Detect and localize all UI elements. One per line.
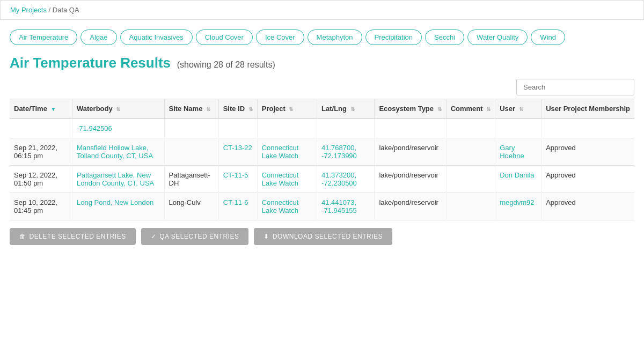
tab-algae[interactable]: Algae	[80, 29, 116, 45]
trash-icon: 🗑	[19, 233, 26, 240]
cell-project: Connecticut Lake Watch	[257, 193, 317, 220]
table-header: Date/Time ▼ Waterbody ⇅ Site Name ⇅ Site…	[10, 99, 634, 119]
cell-user: megdvm92	[495, 193, 541, 220]
breadcrumb-separator: /	[49, 6, 51, 14]
cell-project: Connecticut Lake Watch	[257, 166, 317, 193]
tab-aquatic-invasives[interactable]: Aquatic Invasives	[120, 29, 193, 45]
cell-latlng: 41.441073, -71.945155	[317, 193, 375, 220]
cell-user	[495, 119, 541, 138]
cell-comment	[446, 193, 495, 220]
delete-label: DELETE SELECTED ENTRIES	[30, 233, 126, 240]
cell-waterbody: Long Pond, New London	[72, 193, 165, 220]
search-row	[0, 76, 644, 99]
cell-datetime: Sep 12, 2022, 01:50 pm	[10, 166, 72, 193]
cell-sitename	[164, 119, 218, 138]
waterbody-link[interactable]: -71.942506	[77, 124, 112, 132]
table-row: -71.942506	[10, 119, 634, 138]
breadcrumb-link[interactable]: My Projects	[10, 6, 47, 14]
cell-waterbody: Mansfield Hollow Lake, Tolland County, C…	[72, 138, 165, 166]
waterbody-link[interactable]: Pattagansett Lake, New London County, CT…	[77, 171, 154, 187]
results-table: Date/Time ▼ Waterbody ⇅ Site Name ⇅ Site…	[10, 99, 634, 220]
user-link[interactable]: Don Danila	[500, 171, 534, 179]
siteid-link[interactable]: CT-13-22	[223, 144, 252, 152]
page-title-section: Air Temperature Results (showing 28 of 2…	[0, 45, 644, 76]
cell-project: Connecticut Lake Watch	[257, 138, 317, 166]
page-title: Air Temperature Results	[10, 55, 171, 71]
tab-cloud-cover[interactable]: Cloud Cover	[196, 29, 253, 45]
latlng-link[interactable]: 41.768700, -72.173990	[321, 144, 357, 160]
cell-comment	[446, 166, 495, 193]
download-label: DOWNLOAD SELECTED ENTRIES	[273, 233, 383, 240]
tab-precipitation[interactable]: Precipitation	[365, 29, 422, 45]
cell-user: Gary Hoehne	[495, 138, 541, 166]
cell-datetime: Sep 10, 2022, 01:45 pm	[10, 193, 72, 220]
latlng-link[interactable]: 41.441073, -71.945155	[321, 198, 357, 215]
cell-user: Don Danila	[495, 166, 541, 193]
cell-waterbody: -71.942506	[72, 119, 165, 138]
user-link[interactable]: megdvm92	[500, 198, 534, 206]
col-project[interactable]: Project ⇅	[257, 99, 317, 119]
cell-siteid: CT-11-6	[218, 193, 257, 220]
col-datetime[interactable]: Date/Time ▼	[10, 99, 72, 119]
cell-waterbody: Pattagansett Lake, New London County, CT…	[72, 166, 165, 193]
siteid-link[interactable]: CT-11-5	[223, 171, 248, 179]
delete-button[interactable]: 🗑 DELETE SELECTED ENTRIES	[10, 228, 136, 245]
table-wrapper: Date/Time ▼ Waterbody ⇅ Site Name ⇅ Site…	[0, 99, 644, 220]
cell-sitename: Pattagansett-DH	[164, 166, 218, 193]
breadcrumb-current: Data QA	[53, 6, 79, 14]
cell-latlng: 41.373200, -72.230500	[317, 166, 375, 193]
qa-button[interactable]: ✓ QA SELECTED ENTRIES	[141, 228, 249, 245]
tab-secchi[interactable]: Secchi	[425, 29, 464, 45]
check-icon: ✓	[151, 233, 157, 240]
table-row: Sep 10, 2022, 01:45 pm Long Pond, New Lo…	[10, 193, 634, 220]
project-link[interactable]: Connecticut Lake Watch	[262, 198, 299, 215]
table-body: -71.942506 Sep 21, 2022, 06:15 pm Mansfi…	[10, 119, 634, 220]
cell-membership	[541, 119, 634, 138]
cell-ecosystem: lake/pond/reservoir	[375, 138, 446, 166]
project-link[interactable]: Connecticut Lake Watch	[262, 144, 299, 160]
download-icon: ⬇	[264, 233, 269, 240]
waterbody-link[interactable]: Mansfield Hollow Lake, Tolland County, C…	[77, 144, 153, 160]
cell-siteid: CT-13-22	[218, 138, 257, 166]
col-ecosystem[interactable]: Ecosystem Type ⇅	[375, 99, 446, 119]
cell-ecosystem	[375, 119, 446, 138]
latlng-link[interactable]: 41.373200, -72.230500	[321, 171, 357, 187]
search-input[interactable]	[516, 79, 634, 95]
tab-wind[interactable]: Wind	[531, 29, 565, 45]
col-user[interactable]: User ⇅	[495, 99, 541, 119]
download-button[interactable]: ⬇ DOWNLOAD SELECTED ENTRIES	[254, 228, 392, 245]
cell-membership: Approved	[541, 138, 634, 166]
cell-siteid	[218, 119, 257, 138]
col-comment[interactable]: Comment ⇅	[446, 99, 495, 119]
tab-ice-cover[interactable]: Ice Cover	[256, 29, 304, 45]
tabs-container: Air TemperatureAlgaeAquatic InvasivesClo…	[0, 20, 644, 45]
cell-latlng	[317, 119, 375, 138]
cell-project	[257, 119, 317, 138]
cell-siteid: CT-11-5	[218, 166, 257, 193]
cell-ecosystem: lake/pond/reservoir	[375, 193, 446, 220]
breadcrumb: My Projects / Data QA	[0, 0, 644, 20]
siteid-link[interactable]: CT-11-6	[223, 198, 248, 206]
col-membership: User Project Membership	[541, 99, 634, 119]
table-row: Sep 12, 2022, 01:50 pm Pattagansett Lake…	[10, 166, 634, 193]
tab-air-temperature[interactable]: Air Temperature	[10, 29, 77, 45]
col-siteid[interactable]: Site ID ⇅	[218, 99, 257, 119]
table-row: Sep 21, 2022, 06:15 pm Mansfield Hollow …	[10, 138, 634, 166]
cell-membership: Approved	[541, 193, 634, 220]
cell-datetime: Sep 21, 2022, 06:15 pm	[10, 138, 72, 166]
qa-label: QA SELECTED ENTRIES	[159, 233, 239, 240]
tab-water-quality[interactable]: Water Quality	[467, 29, 528, 45]
project-link[interactable]: Connecticut Lake Watch	[262, 171, 299, 187]
user-link[interactable]: Gary Hoehne	[500, 144, 524, 160]
cell-comment	[446, 138, 495, 166]
col-waterbody[interactable]: Waterbody ⇅	[72, 99, 165, 119]
cell-sitename	[164, 138, 218, 166]
cell-comment	[446, 119, 495, 138]
cell-datetime	[10, 119, 72, 138]
col-latlng[interactable]: Lat/Lng ⇅	[317, 99, 375, 119]
waterbody-link[interactable]: Long Pond, New London	[77, 198, 153, 206]
tab-metaphyton[interactable]: Metaphyton	[308, 29, 362, 45]
cell-membership: Approved	[541, 166, 634, 193]
page-subtitle: (showing 28 of 28 results)	[177, 60, 275, 69]
col-sitename[interactable]: Site Name ⇅	[164, 99, 218, 119]
